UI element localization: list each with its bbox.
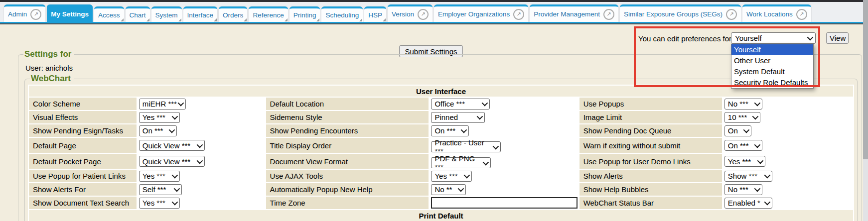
setting-select-default-location[interactable]: Office ***	[431, 99, 490, 110]
submenu-corner-icon	[146, 18, 149, 21]
webchart-settings-screen: Admin↗My SettingsAccessChartSystemInterf…	[0, 0, 868, 221]
section-header-row: User Interface	[29, 86, 853, 97]
tab-orders[interactable]: Orders	[219, 6, 247, 22]
setting-select-use-ajax-tools[interactable]: Yes ***	[431, 171, 472, 182]
tab-chart[interactable]: Chart	[126, 6, 150, 22]
select-value: No **	[434, 185, 452, 194]
tab-scheduling[interactable]: Scheduling	[321, 6, 363, 22]
setting-value-cell: On ***	[430, 124, 578, 137]
tab-hsp[interactable]: HSP	[364, 6, 386, 22]
submenu-corner-icon	[121, 18, 124, 21]
setting-label-use-popups: Use Popups	[579, 98, 722, 110]
chevron-down-icon	[177, 100, 184, 107]
tab-employer-organizations[interactable]: Employer Organizations↗	[434, 4, 528, 22]
setting-select-show-pending-encounters[interactable]: On ***	[431, 125, 469, 136]
chevron-down-icon	[764, 172, 770, 179]
setting-select-document-view-format[interactable]: PDF & PNG ***	[431, 157, 491, 168]
setting-value-cell: Yes ***	[138, 197, 265, 209]
chevron-down-icon	[458, 186, 464, 192]
setting-label-color-scheme: Color Scheme	[29, 98, 137, 110]
setting-label-show-help-bubbles: Show Help Bubbles	[579, 183, 722, 196]
external-link-icon: ↗	[726, 9, 737, 20]
tab-admin[interactable]: Admin↗	[4, 4, 45, 22]
setting-label-use-popup-for-user-demo-links: Use Popup for User Demo Links	[579, 154, 722, 169]
select-value: Practice - User ***	[434, 138, 493, 155]
setting-select-image-limit[interactable]: 10 ***	[724, 112, 760, 123]
chevron-down-icon	[464, 172, 470, 179]
dropdown-option-system-default[interactable]: System Default	[731, 66, 813, 77]
setting-select-show-alerts-for[interactable]: Self ***	[139, 184, 182, 195]
tab-access[interactable]: Access	[94, 6, 124, 22]
section-header-row: Print Default	[29, 210, 853, 221]
dropdown-option-security-role-defaults[interactable]: Security Role Defaults	[731, 77, 813, 88]
select-value: Show ***	[728, 172, 757, 180]
settings-row: Show Pending Esign/TasksOn ***Show Pendi…	[29, 124, 853, 137]
setting-select-warn-if-exiting-without-submit[interactable]: On ***	[724, 140, 762, 151]
setting-select-color-scheme[interactable]: miEHR ***	[139, 99, 186, 110]
chevron-down-icon	[754, 141, 760, 148]
chevron-down-icon	[477, 113, 483, 120]
tab-label: Admin	[8, 10, 27, 18]
tab-label: Access	[98, 11, 120, 19]
setting-select-title-display-order[interactable]: Practice - User ***	[431, 141, 501, 152]
setting-select-show-document-text-search[interactable]: Yes ***	[139, 198, 180, 209]
tab-label: Printing	[293, 11, 316, 19]
setting-label-show-alerts: Show Alerts	[579, 170, 722, 182]
setting-value-cell: Practice - User ***	[430, 138, 578, 153]
tab-label: Work Locations	[746, 10, 793, 18]
setting-select-visual-effects[interactable]: Yes ***	[139, 112, 180, 123]
setting-select-default-page[interactable]: Quick View ***	[139, 140, 205, 151]
setting-select-use-popups[interactable]: No ***	[724, 99, 762, 110]
setting-select-show-help-bubbles[interactable]: No ***	[724, 184, 762, 195]
scrollbar-thumb[interactable]	[863, 0, 868, 159]
tab-bar: Admin↗My SettingsAccessChartSystemInterf…	[0, 2, 863, 22]
setting-select-sidemenu-style[interactable]: Pinned	[431, 112, 485, 123]
tab-reference[interactable]: Reference	[249, 6, 288, 22]
setting-value-cell: Self ***	[138, 183, 265, 196]
setting-value-cell	[430, 197, 578, 209]
tab-system[interactable]: System	[151, 6, 182, 22]
setting-select-show-pending-doc-queue[interactable]: On	[724, 125, 751, 136]
select-value: Yes ***	[143, 199, 165, 207]
setting-select-use-popup-for-patient-links[interactable]: Yes ***	[139, 171, 180, 182]
tab-label: Employer Organizations	[438, 10, 510, 18]
submenu-corner-icon	[285, 18, 288, 21]
chevron-down-icon	[754, 100, 760, 107]
chevron-down-icon	[168, 127, 175, 133]
external-link-icon: ↗	[513, 9, 524, 20]
tab-printing[interactable]: Printing	[289, 6, 320, 22]
setting-value-cell: Quick View ***	[138, 138, 265, 153]
setting-select-use-popup-for-user-demo-links[interactable]: Yes ***	[724, 156, 765, 167]
webchart-fieldset: WebChart User InterfaceColor SchememiEHR…	[24, 74, 858, 221]
tab-provider-management[interactable]: Provider Management↗	[530, 4, 618, 22]
setting-select-default-pocket-page[interactable]: Quick View ***	[139, 156, 205, 167]
settings-row: Default PageQuick View ***Title Display …	[29, 138, 853, 153]
dropdown-option-other-user[interactable]: Other User	[731, 55, 813, 66]
setting-select-webchart-status-bar[interactable]: Enabled *	[724, 198, 772, 209]
setting-value-cell: Pinned	[430, 111, 578, 123]
settings-row: Color SchememiEHR ***Default LocationOff…	[29, 98, 853, 110]
settings-table: User InterfaceColor SchememiEHR ***Defau…	[28, 85, 854, 221]
select-value: No ***	[728, 185, 748, 194]
edit-preferences-select[interactable]: Yourself	[731, 32, 816, 44]
view-button[interactable]: View	[826, 32, 849, 44]
tab-interface[interactable]: Interface	[183, 6, 218, 22]
vertical-scrollbar[interactable]	[863, 0, 868, 221]
tab-version[interactable]: Version↗	[388, 4, 433, 22]
submenu-corner-icon	[214, 18, 217, 21]
chevron-down-icon	[752, 113, 758, 120]
setting-label-show-alerts-for: Show Alerts For	[29, 183, 137, 196]
tab-similar-exposure-groups-segs[interactable]: Similar Exposure Groups (SEGs)↗	[620, 4, 741, 22]
setting-select-show-alerts[interactable]: Show ***	[724, 171, 772, 182]
chevron-down-icon	[461, 127, 467, 133]
chevron-down-icon	[196, 157, 203, 164]
setting-select-automatically-popup-new-help[interactable]: No **	[431, 184, 466, 195]
setting-select-show-pending-esign-tasks[interactable]: On ***	[139, 125, 177, 136]
setting-label-warn-if-exiting-without-submit: Warn if exiting without submit	[579, 138, 722, 153]
tab-my-settings[interactable]: My Settings	[47, 4, 93, 22]
tab-work-locations[interactable]: Work Locations↗	[742, 4, 811, 22]
chevron-down-icon	[493, 143, 499, 149]
setting-value-cell: Quick View ***	[138, 154, 265, 169]
setting-input-time-zone[interactable]	[431, 197, 577, 209]
dropdown-option-yourself[interactable]: Yourself	[731, 44, 813, 55]
